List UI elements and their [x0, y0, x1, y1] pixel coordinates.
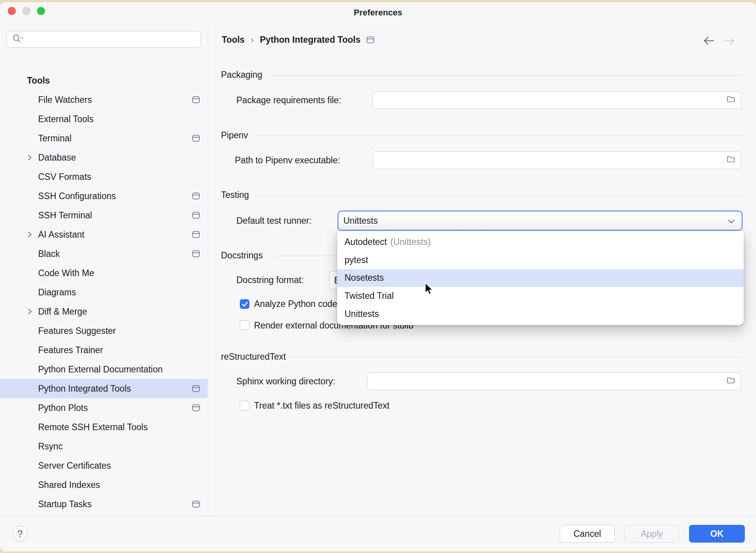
section-divider — [258, 195, 743, 196]
settings-window-icon — [192, 501, 200, 508]
tree-item[interactable]: Python Integrated Tools — [0, 379, 207, 398]
default-test-runner-combobox[interactable]: Unittests — [338, 211, 743, 231]
analyze-python-code-checkbox[interactable] — [240, 299, 249, 309]
tree-item[interactable]: Features Trainer — [0, 340, 207, 360]
dropdown-option-label: Twisted Trial — [345, 291, 394, 301]
help-button[interactable]: ? — [12, 526, 28, 542]
tree-item[interactable]: Diagrams — [0, 283, 207, 302]
tree-item-label: SSH Terminal — [38, 210, 92, 221]
tree-item[interactable]: Features Suggester — [0, 321, 207, 340]
window-title: Preferences — [0, 8, 756, 18]
apply-button[interactable]: Apply — [624, 525, 679, 543]
ok-button[interactable]: OK — [689, 525, 745, 543]
tree-item-label: Features Trainer — [38, 345, 103, 355]
tree-item-label: Database — [38, 152, 76, 163]
tree-group-header-label: Tools — [27, 75, 50, 86]
help-question-icon: ? — [17, 528, 23, 540]
tree-item-label: CSV Formats — [38, 172, 91, 182]
browse-folder-icon[interactable] — [726, 376, 736, 387]
test-runner-dropdown-list: Autodetect (Unittests) pytest Nosetests … — [337, 233, 744, 323]
search-input[interactable] — [7, 31, 201, 48]
dropdown-option-label: pytest — [345, 255, 368, 265]
dropdown-option[interactable]: Twisted Trial — [337, 287, 744, 305]
sphinx-working-directory-label: Sphinx working directory: — [236, 376, 335, 387]
tree-item-label: Diagrams — [38, 287, 76, 298]
tree-item[interactable]: Black — [0, 244, 207, 263]
default-test-runner-value: Unittests — [343, 216, 378, 226]
tree-item[interactable]: Python External Documentation — [0, 360, 207, 379]
tree-item[interactable]: Server Certificates — [0, 456, 207, 475]
section-divider — [269, 75, 743, 75]
section-title-pipenv: Pipenv — [221, 130, 248, 141]
tree-item[interactable]: File Watchers — [0, 90, 207, 109]
tree-item-label: Terminal — [38, 133, 72, 144]
tree-item-label: Server Certificates — [38, 461, 111, 471]
dropdown-option-label: Unittests — [345, 309, 379, 319]
sphinx-working-directory-input[interactable] — [367, 372, 741, 390]
tree-item[interactable]: Python Plots — [0, 398, 207, 417]
browse-folder-icon[interactable] — [726, 95, 736, 106]
search-icon — [12, 34, 27, 45]
tree-group-header[interactable]: Tools — [0, 71, 207, 90]
tree-item[interactable]: SSH Configurations — [0, 186, 207, 206]
section-title-packaging: Packaging — [221, 70, 262, 80]
treat-txt-as-rst-checkbox[interactable] — [240, 401, 249, 411]
dropdown-option[interactable]: Autodetect (Unittests) — [337, 233, 744, 251]
tree-item[interactable]: Code With Me — [0, 263, 207, 283]
default-test-runner-label: Default test runner: — [236, 216, 312, 226]
settings-tree: Tools File Watchers External Tools Termi… — [0, 71, 207, 533]
tree-item-label: Startup Tasks — [38, 499, 92, 509]
tree-item[interactable]: Terminal — [0, 129, 207, 148]
dropdown-option-hint: (Unittests) — [390, 237, 431, 247]
treat-txt-as-rst-label: Treat *.txt files as reStructuredText — [254, 401, 390, 411]
breadcrumb-current: Python Integrated Tools — [260, 35, 361, 45]
tree-item-label: Features Suggester — [38, 326, 116, 336]
pipenv-path-input[interactable] — [373, 151, 741, 169]
tree-item-label: Remote SSH External Tools — [38, 422, 148, 432]
tree-item[interactable]: Remote SSH External Tools — [0, 417, 207, 437]
breadcrumb-separator-icon: › — [251, 35, 254, 45]
dropdown-option[interactable]: Unittests — [337, 305, 744, 323]
settings-window-icon — [192, 193, 200, 199]
chevron-right-icon[interactable] — [25, 308, 35, 315]
tree-item-label: SSH Configurations — [38, 191, 116, 201]
browse-folder-icon[interactable] — [726, 155, 736, 166]
tree-item[interactable]: CSV Formats — [0, 167, 207, 186]
section-title-docstrings: Docstrings — [221, 250, 263, 261]
tree-item-label: Python Integrated Tools — [38, 384, 131, 394]
titlebar: Preferences — [0, 2, 756, 22]
back-arrow-icon[interactable] — [703, 36, 714, 47]
tree-item[interactable]: AI Assistant — [0, 225, 207, 244]
dropdown-option[interactable]: pytest — [337, 251, 744, 269]
package-requirements-label: Package requirements file: — [236, 95, 341, 106]
tree-item[interactable]: Database — [0, 148, 207, 167]
forward-arrow-icon[interactable] — [724, 36, 735, 47]
section-title-testing: Testing — [221, 190, 249, 200]
tree-item-label: Shared Indexes — [38, 480, 100, 490]
breadcrumb: Tools › Python Integrated Tools — [222, 35, 374, 45]
tree-item[interactable]: SSH Terminal — [0, 206, 207, 225]
tree-item[interactable]: External Tools — [0, 109, 207, 129]
tree-item-label: AI Assistant — [38, 230, 84, 240]
settings-sidebar: Tools File Watchers External Tools Termi… — [0, 22, 208, 514]
chevron-down-icon — [728, 216, 735, 226]
tree-item[interactable]: Startup Tasks — [0, 494, 207, 514]
breadcrumb-parent[interactable]: Tools — [222, 35, 245, 45]
tree-item-label: Black — [38, 249, 60, 259]
tree-item[interactable]: Rsync — [0, 437, 207, 456]
mouse-cursor-icon — [423, 282, 433, 297]
dropdown-option[interactable]: Nosetests — [337, 269, 744, 287]
render-external-docs-checkbox[interactable] — [240, 320, 249, 330]
settings-window-icon — [192, 96, 200, 103]
settings-window-icon — [192, 385, 200, 392]
tree-item[interactable]: Diff & Merge — [0, 302, 207, 321]
preferences-window: Preferences Tools File Watchers — [0, 2, 756, 551]
cancel-button[interactable]: Cancel — [560, 525, 615, 543]
package-requirements-input[interactable] — [373, 91, 741, 109]
tree-item[interactable]: Shared Indexes — [0, 475, 207, 494]
test-runner-dropdown: Autodetect (Unittests) pytest Nosetests … — [337, 231, 744, 325]
chevron-right-icon[interactable] — [25, 154, 35, 161]
pipenv-path-label: Path to Pipenv executable: — [235, 155, 340, 166]
chevron-right-icon[interactable] — [25, 231, 35, 238]
tree-item-label: External Tools — [38, 114, 94, 124]
